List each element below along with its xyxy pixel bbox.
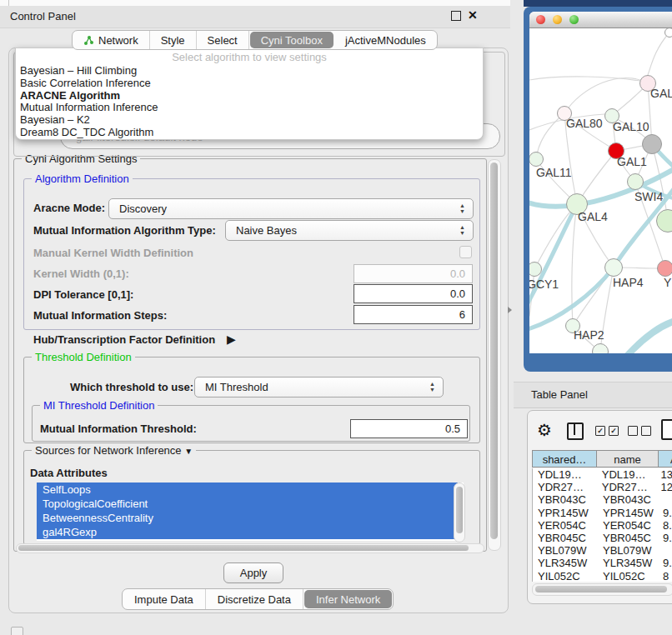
tab-jactivemnodules[interactable]: jActiveMNodules: [334, 31, 437, 49]
node-swi4[interactable]: [627, 173, 644, 190]
dropdown-item[interactable]: Mutual Information Inference: [16, 102, 483, 114]
list-item[interactable]: TopologicalCoefficient: [37, 497, 458, 511]
tab-network[interactable]: Network: [73, 31, 150, 49]
list-item[interactable]: BetweennessCentrality: [37, 511, 458, 525]
desktop-top-strip: [524, 0, 672, 7]
node-top-partial[interactable]: [664, 28, 672, 38]
column-header-shared[interactable]: shared…: [532, 450, 597, 468]
table-row[interactable]: YDR27… YDR27… 12: [533, 481, 672, 493]
zoom-traffic-light-icon[interactable]: [569, 15, 579, 24]
table-row[interactable]: YBL079W YBL079W: [533, 544, 672, 557]
dropdown-item[interactable]: Dream8 DC_TDC Algorithm: [16, 127, 483, 139]
node-label: GAL11: [536, 166, 572, 179]
table-row[interactable]: YBR043C YBR043C: [533, 493, 672, 506]
column-header-name[interactable]: name: [596, 450, 659, 468]
which-threshold-combo[interactable]: MI Threshold ▲▼: [194, 377, 444, 398]
node-label: HAP2: [574, 328, 604, 342]
node-label: SWI4: [634, 190, 663, 203]
table-hscrollbar-thumb[interactable]: [535, 586, 667, 592]
table-hscrollbar[interactable]: [532, 583, 672, 596]
which-threshold-label: Which threshold to use:: [70, 381, 193, 393]
mi-steps-field[interactable]: 6: [354, 305, 473, 324]
network-icon: [83, 35, 94, 46]
node-salmon[interactable]: [657, 260, 672, 277]
settings-scrollbar[interactable]: [488, 159, 501, 551]
float-window-icon[interactable]: [451, 11, 461, 21]
table-row[interactable]: YLR345W YLR345W 9.: [533, 557, 672, 569]
manual-kernel-width-checkbox[interactable]: [459, 246, 472, 258]
combo-arrows-icon: ▲▼: [459, 224, 465, 236]
tab-discretize-data[interactable]: Discretize Data: [206, 589, 303, 609]
sources-group-title: Sources for Network Inference ▼: [32, 444, 196, 458]
settings-scrollbar-thumb[interactable]: [490, 162, 498, 539]
tab-select[interactable]: Select: [197, 31, 249, 49]
node-label: GAL: [650, 87, 672, 100]
mi-algorithm-type-combo[interactable]: Naive Bayes ▲▼: [225, 220, 474, 241]
attributes-scrollbar[interactable]: [454, 482, 465, 542]
tab-network-label: Network: [98, 34, 138, 47]
settings-hscrollbar-thumb[interactable]: [18, 545, 469, 551]
node-table: YDL19… YDL19… 13 YDR27… YDR27… 12 YBR043…: [532, 468, 672, 582]
mi-threshold-field[interactable]: 0.5: [350, 419, 468, 438]
control-panel-tabs: Network Style Select Cyni Toolbox jActiv…: [72, 30, 438, 50]
dropdown-item[interactable]: Bayesian – Hill Climbing: [16, 65, 483, 78]
mi-threshold-group-title: MI Threshold Definition: [40, 399, 158, 412]
close-icon[interactable]: ✕: [468, 8, 478, 22]
tab-style[interactable]: Style: [150, 31, 197, 49]
column-header-partial[interactable]: A: [658, 450, 672, 468]
node-hap4[interactable]: [604, 258, 623, 277]
table-row[interactable]: YER054C YER054C 8.: [533, 519, 672, 532]
top-divider: [8, 0, 9, 6]
select-all-checkbox-icon[interactable]: ✓: [595, 426, 605, 436]
dpi-tolerance-field[interactable]: 0.0: [354, 284, 473, 303]
close-traffic-light-icon[interactable]: [536, 15, 545, 24]
kernel-width-field[interactable]: 0.0: [354, 264, 473, 283]
threshold-definition-title: Threshold Definition: [32, 351, 135, 363]
split-columns-icon[interactable]: [567, 422, 584, 440]
algorithm-dropdown: Select algorithm to view settings Bayesi…: [15, 48, 484, 140]
minimize-traffic-light-icon[interactable]: [553, 15, 562, 24]
document-icon[interactable]: [661, 419, 672, 440]
pane-divider-arrow-icon[interactable]: [508, 307, 512, 313]
hub-definition-label: Hub/Transcription Factor Definition: [33, 333, 215, 346]
table-row[interactable]: YBR045C YBR045C 9.: [533, 532, 672, 544]
settings-hscrollbar[interactable]: [16, 543, 484, 553]
algorithm-definition-title: Algorithm Definition: [32, 172, 133, 185]
mi-threshold-label: Mutual Information Threshold:: [40, 422, 197, 435]
network-canvas[interactable]: GAL GAL80 GAL10 GAL1 GAL11 SWI4 GAL4 GCY…: [529, 28, 672, 353]
select-all-checkbox-icon[interactable]: ✓: [609, 426, 619, 436]
table-row[interactable]: YIL052C YIL052C 8: [533, 570, 672, 582]
list-item[interactable]: SelfLoops: [37, 482, 458, 497]
apply-button[interactable]: Apply: [223, 562, 283, 583]
tab-infer-network[interactable]: Infer Network: [304, 590, 392, 608]
dropdown-item[interactable]: Basic Correlation Inference: [16, 78, 483, 90]
collapsed-panel-icon[interactable]: [11, 627, 23, 635]
manual-kernel-width-label: Manual Kernel Width Definition: [33, 247, 193, 259]
dropdown-item-selected[interactable]: ARACNE Algorithm: [16, 90, 483, 102]
table-row[interactable]: YDL19… YDL19… 13: [533, 468, 672, 481]
deselect-checkbox-icon[interactable]: [628, 426, 638, 436]
gear-icon[interactable]: ⚙: [537, 420, 552, 440]
node-label: GAL80: [566, 117, 603, 130]
table-panel-title: Table Panel: [531, 388, 588, 401]
network-window-titlebar[interactable]: [529, 12, 672, 28]
aracne-mode-combo[interactable]: Discovery ▲▼: [108, 198, 474, 219]
deselect-checkbox-icon[interactable]: [641, 426, 651, 436]
tab-impute-data[interactable]: Impute Data: [123, 589, 206, 609]
combo-arrows-icon: ▲▼: [429, 381, 435, 392]
mi-steps-label: Mutual Information Steps:: [33, 309, 167, 322]
network-window: GAL GAL80 GAL10 GAL1 GAL11 SWI4 GAL4 GCY…: [529, 12, 672, 353]
top-strip: [0, 0, 510, 6]
attributes-scrollbar-thumb[interactable]: [456, 487, 463, 533]
node-label: GCY1: [529, 278, 559, 291]
expand-arrow-icon[interactable]: ▶: [227, 332, 236, 346]
dropdown-item[interactable]: Bayesian – K2: [16, 114, 483, 127]
list-item[interactable]: gal4RGexp: [37, 525, 458, 539]
table-row[interactable]: YPR145W YPR145W 9.: [533, 507, 672, 519]
collapse-arrow-icon[interactable]: ▼: [184, 447, 193, 456]
node-label: Y: [664, 276, 671, 289]
data-attributes-label: Data Attributes: [30, 467, 108, 479]
tab-cyni-toolbox[interactable]: Cyni Toolbox: [250, 32, 333, 48]
control-panel-title: Control Panel: [10, 10, 76, 22]
node-gray[interactable]: [642, 134, 662, 154]
